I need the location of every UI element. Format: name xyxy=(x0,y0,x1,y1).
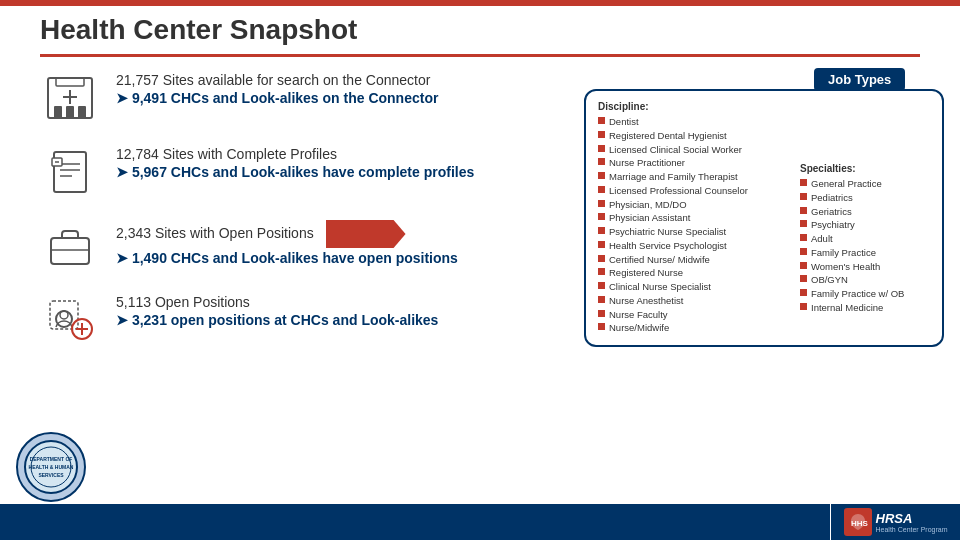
stat-text-1: 21,757 Sites available for search on the… xyxy=(116,72,580,106)
jt-col-left: Discipline: DentistRegistered Dental Hyg… xyxy=(598,101,792,335)
bullet xyxy=(598,296,605,303)
bottom-left-logo: DEPARTMENT OF HEALTH & HUMAN SERVICES xyxy=(16,432,86,502)
discipline-title: Discipline: xyxy=(598,101,792,112)
bullet xyxy=(598,241,605,248)
svg-rect-5 xyxy=(66,106,74,118)
bullet xyxy=(598,213,605,220)
page-container: Health Center Snapshot 21,757 Sites avai… xyxy=(0,0,960,540)
bullet xyxy=(598,145,605,152)
jt-col-right: Specialties: General PracticePediatricsG… xyxy=(800,101,930,335)
discipline-item: Nurse Practitioner xyxy=(598,156,792,170)
discipline-item: Registered Dental Hygienist xyxy=(598,129,792,143)
discipline-item: Registered Nurse xyxy=(598,266,792,280)
bullet xyxy=(598,255,605,262)
discipline-item: Licensed Professional Counselor xyxy=(598,184,792,198)
svg-rect-13 xyxy=(51,238,89,264)
specialty-item: Internal Medicine xyxy=(800,301,930,315)
bullet xyxy=(800,303,807,310)
job-types-box: Discipline: DentistRegistered Dental Hyg… xyxy=(584,89,944,347)
bullet xyxy=(598,200,605,207)
bullet xyxy=(800,234,807,241)
stat-text-2: 12,784 Sites with Complete Profiles ➤ 5,… xyxy=(116,146,580,180)
stat-main-1: 21,757 Sites available for search on the… xyxy=(116,72,580,88)
jt-inner: Discipline: DentistRegistered Dental Hyg… xyxy=(598,101,930,335)
job-types-container: Job Types Discipline: DentistRegistered … xyxy=(584,68,944,347)
discipline-item: Psychiatric Nurse Specialist xyxy=(598,225,792,239)
hrsa-icon: HHS xyxy=(844,508,872,536)
stat-main-3: 2,343 Sites with Open Positions xyxy=(116,220,580,248)
stat-sub-3: ➤ 1,490 CHCs and Look-alikes have open p… xyxy=(116,250,580,266)
bullet xyxy=(598,158,605,165)
bullet xyxy=(800,248,807,255)
specialty-item: General Practice xyxy=(800,177,930,191)
top-bar xyxy=(0,0,960,6)
specialties-title: Specialties: xyxy=(800,163,930,174)
bullet xyxy=(800,179,807,186)
stat-text-4: 5,113 Open Positions ➤ 3,231 open positi… xyxy=(116,294,580,328)
specialty-item: Women's Health xyxy=(800,260,930,274)
svg-rect-4 xyxy=(54,106,62,118)
hospital-icon xyxy=(40,72,100,124)
bullet xyxy=(598,227,605,234)
stat-sub-1: ➤ 9,491 CHCs and Look-alikes on the Conn… xyxy=(116,90,580,106)
bullet xyxy=(598,117,605,124)
left-content: 21,757 Sites available for search on the… xyxy=(40,72,580,368)
bullet xyxy=(800,220,807,227)
bullet xyxy=(800,262,807,269)
specialty-item: Family Practice w/ OB xyxy=(800,287,930,301)
discipline-item: Nurse Faculty xyxy=(598,308,792,322)
discipline-item: Certified Nurse/ Midwife xyxy=(598,253,792,267)
bullet xyxy=(800,289,807,296)
person-icon xyxy=(40,294,100,346)
stat-sub-2: ➤ 5,967 CHCs and Look-alikes have comple… xyxy=(116,164,580,180)
stat-item-3: 2,343 Sites with Open Positions ➤ 1,490 … xyxy=(40,220,580,272)
discipline-item: Licensed Clinical Social Worker xyxy=(598,143,792,157)
stat-item-4: 5,113 Open Positions ➤ 3,231 open positi… xyxy=(40,294,580,346)
page-title: Health Center Snapshot xyxy=(40,14,357,46)
title-underline xyxy=(40,54,920,57)
bullet xyxy=(598,268,605,275)
specialty-item: Geriatrics xyxy=(800,205,930,219)
discipline-item: Marriage and Family Therapist xyxy=(598,170,792,184)
discipline-item: Clinical Nurse Specialist xyxy=(598,280,792,294)
stat-item-2: 12,784 Sites with Complete Profiles ➤ 5,… xyxy=(40,146,580,198)
bullet xyxy=(598,282,605,289)
bullet xyxy=(800,193,807,200)
specialty-item: Family Practice xyxy=(800,246,930,260)
stat-main-2: 12,784 Sites with Complete Profiles xyxy=(116,146,580,162)
hrsa-logo-area: HHS HRSA Health Center Program xyxy=(830,504,960,540)
specialty-item: OB/GYN xyxy=(800,273,930,287)
bullet xyxy=(598,323,605,330)
discipline-item: Physician, MD/DO xyxy=(598,198,792,212)
bullet xyxy=(598,131,605,138)
specialty-item: Adult xyxy=(800,232,930,246)
document-icon xyxy=(40,146,100,198)
svg-rect-1 xyxy=(56,78,84,86)
discipline-item: Dentist xyxy=(598,115,792,129)
hrsa-text: HRSA Health Center Program xyxy=(876,511,948,533)
discipline-item: Nurse/Midwife xyxy=(598,321,792,335)
bullet xyxy=(598,310,605,317)
bullet xyxy=(598,186,605,193)
discipline-item: Nurse Anesthetist xyxy=(598,294,792,308)
bullet xyxy=(800,275,807,282)
stat-sub-4: ➤ 3,231 open positions at CHCs and Look-… xyxy=(116,312,580,328)
briefcase-icon xyxy=(40,220,100,272)
stat-item-1: 21,757 Sites available for search on the… xyxy=(40,72,580,124)
discipline-item: Physician Assistant xyxy=(598,211,792,225)
arrow-decoration xyxy=(326,220,406,248)
job-types-label: Job Types xyxy=(814,68,905,91)
discipline-item: Health Service Psychologist xyxy=(598,239,792,253)
bullet xyxy=(800,207,807,214)
specialty-item: Psychiatry xyxy=(800,218,930,232)
svg-text:HHS: HHS xyxy=(851,519,868,528)
stat-main-4: 5,113 Open Positions xyxy=(116,294,580,310)
bottom-bar: 18 xyxy=(0,504,960,540)
stat-text-3: 2,343 Sites with Open Positions ➤ 1,490 … xyxy=(116,220,580,266)
svg-text:SERVICES: SERVICES xyxy=(38,472,64,478)
svg-point-17 xyxy=(60,311,68,319)
bullet xyxy=(598,172,605,179)
svg-text:HEALTH & HUMAN: HEALTH & HUMAN xyxy=(29,464,74,470)
svg-rect-6 xyxy=(78,106,86,118)
specialty-item: Pediatrics xyxy=(800,191,930,205)
